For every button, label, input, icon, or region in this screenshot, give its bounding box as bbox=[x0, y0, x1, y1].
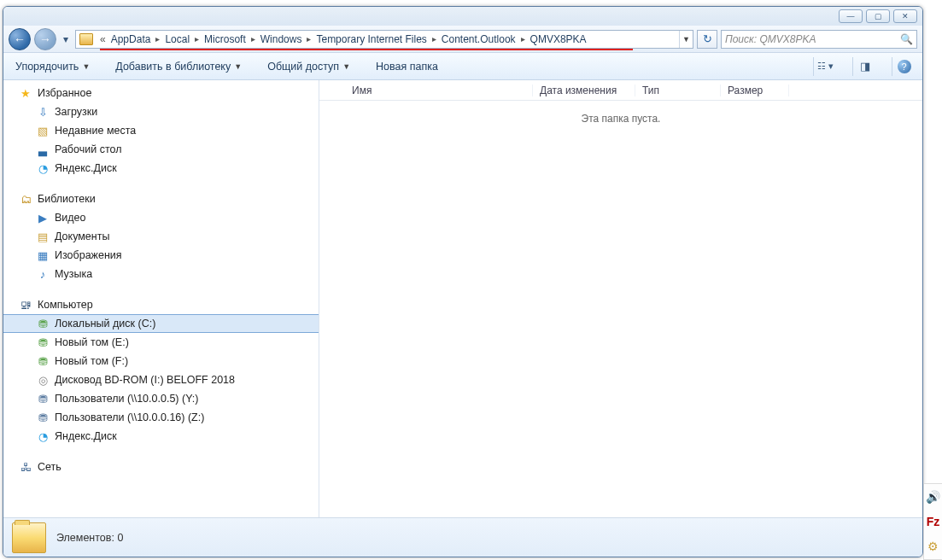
sidebar-item[interactable]: ⇩Загрузки bbox=[3, 102, 319, 121]
search-icon: 🔍 bbox=[900, 33, 913, 45]
chevron-right-icon: ▸ bbox=[518, 34, 529, 44]
add-to-library-button[interactable]: Добавить в библиотеку ▼ bbox=[110, 58, 247, 75]
minimize-button[interactable]: — bbox=[839, 9, 863, 23]
sidebar-computer-header[interactable]: 🖳 Компьютер bbox=[3, 295, 319, 314]
sidebar-item-icon: ▤ bbox=[36, 230, 50, 243]
help-icon: ? bbox=[898, 60, 911, 73]
body: ★ Избранное ⇩Загрузки▧Недавние места▃Раб… bbox=[3, 80, 922, 517]
sidebar-item[interactable]: ◔Яндекс.Диск bbox=[3, 159, 319, 178]
sidebar-item-icon: ▧ bbox=[36, 124, 50, 137]
breadcrumb-item[interactable]: AppData bbox=[109, 33, 153, 45]
folder-icon bbox=[12, 522, 46, 553]
sidebar-item-icon: ◎ bbox=[36, 373, 50, 387]
column-date[interactable]: Дата изменения bbox=[533, 85, 635, 96]
breadcrumb-item[interactable]: Temporary Internet Files bbox=[314, 33, 428, 45]
sidebar-item-label: Музыка bbox=[55, 268, 92, 280]
maximize-button[interactable]: ▢ bbox=[866, 9, 890, 23]
preview-pane-icon: ◨ bbox=[860, 60, 870, 73]
new-folder-button[interactable]: Новая папка bbox=[371, 58, 443, 75]
nav-row: ← → ▾ « AppData▸ Local▸ Microsoft▸ Windo… bbox=[3, 26, 922, 53]
help-button[interactable]: ? bbox=[892, 57, 916, 76]
preview-pane-button[interactable]: ◨ bbox=[852, 57, 876, 76]
titlebar: — ▢ ✕ bbox=[3, 7, 922, 26]
volume-icon[interactable]: 🔊 bbox=[926, 490, 940, 504]
sidebar-item-label: Рабочий стол bbox=[55, 143, 121, 155]
sidebar-item[interactable]: ⛃Новый том (E:) bbox=[3, 333, 319, 352]
breadcrumb-item[interactable]: Local bbox=[163, 33, 191, 45]
sidebar-item[interactable]: ▦Изображения bbox=[3, 246, 319, 265]
sidebar-item[interactable]: ▧Недавние места bbox=[3, 121, 319, 140]
sidebar-favorites-header[interactable]: ★ Избранное bbox=[3, 84, 319, 102]
column-name[interactable]: Имя bbox=[345, 85, 533, 96]
sidebar-item[interactable]: ▃Рабочий стол bbox=[3, 140, 319, 159]
sidebar-section-label: Библиотеки bbox=[38, 193, 96, 205]
column-headers: Имя Дата изменения Тип Размер bbox=[319, 80, 922, 101]
sidebar-network-header[interactable]: 🖧 Сеть bbox=[3, 458, 319, 476]
sidebar-item[interactable]: ⛃Пользователи (\\10.0.0.5) (Y:) bbox=[3, 389, 319, 408]
sidebar-item-label: Яндекс.Диск bbox=[55, 430, 117, 442]
sidebar-item-icon: ⛃ bbox=[36, 335, 50, 349]
breadcrumb-item[interactable]: QMVX8PKA bbox=[529, 33, 588, 45]
explorer-window: — ▢ ✕ ← → ▾ « AppData▸ Local▸ Microsoft▸… bbox=[3, 6, 923, 557]
sidebar-libraries-header[interactable]: 🗂 Библиотеки bbox=[3, 190, 319, 208]
sidebar-section-label: Избранное bbox=[38, 87, 91, 99]
sidebar-item[interactable]: ◔Яндекс.Диск bbox=[3, 427, 319, 446]
column-type[interactable]: Тип bbox=[635, 85, 721, 96]
sidebar-item-label: Загрузки bbox=[55, 106, 97, 118]
sidebar-item[interactable]: ⛃Пользователи (\\10.0.0.16) (Z:) bbox=[3, 408, 319, 427]
column-size[interactable]: Размер bbox=[721, 85, 789, 96]
sidebar-item-icon: ⛃ bbox=[36, 354, 50, 368]
sidebar-item-label: Недавние места bbox=[55, 125, 136, 137]
close-button[interactable]: ✕ bbox=[893, 9, 917, 23]
status-text: Элементов: 0 bbox=[56, 532, 123, 544]
address-bar[interactable]: « AppData▸ Local▸ Microsoft▸ Windows▸ Te… bbox=[75, 30, 693, 49]
filezilla-icon[interactable]: Fz bbox=[927, 515, 940, 528]
sidebar-item[interactable]: ⛃Новый том (F:) bbox=[3, 352, 319, 370]
chevron-right-icon: ▸ bbox=[429, 34, 440, 44]
breadcrumb-item[interactable]: Microsoft bbox=[202, 33, 248, 45]
share-button[interactable]: Общий доступ ▼ bbox=[262, 58, 355, 75]
navigation-pane: ★ Избранное ⇩Загрузки▧Недавние места▃Раб… bbox=[3, 80, 319, 517]
sidebar-item-label: Локальный диск (C:) bbox=[55, 318, 155, 330]
organize-button[interactable]: Упорядочить ▼ bbox=[10, 58, 95, 75]
empty-folder-message: Эта папка пуста. bbox=[319, 113, 922, 125]
sidebar-item[interactable]: ◎Дисковод BD-ROM (I:) BELOFF 2018 bbox=[3, 370, 319, 389]
search-input[interactable]: Поиск: QMVX8PKA 🔍 bbox=[721, 30, 917, 49]
sidebar-item-icon: ⛃ bbox=[36, 317, 50, 330]
chevron-right-icon: ▸ bbox=[152, 34, 163, 44]
breadcrumb-item[interactable]: Content.Outlook bbox=[440, 33, 518, 45]
breadcrumb-item[interactable]: Windows bbox=[259, 33, 304, 45]
forward-button[interactable]: → bbox=[34, 28, 56, 50]
refresh-button[interactable]: ↻ bbox=[697, 30, 717, 49]
network-icon: 🖧 bbox=[19, 460, 32, 474]
tray-app-icon[interactable]: ⚙ bbox=[927, 540, 939, 553]
sidebar-item-icon: ▶ bbox=[36, 211, 50, 225]
sidebar-item-label: Яндекс.Диск bbox=[55, 162, 117, 174]
sidebar-item-icon: ◔ bbox=[36, 429, 50, 443]
new-folder-label: Новая папка bbox=[376, 61, 438, 73]
system-tray: 🔊 Fz ⚙ bbox=[923, 483, 942, 560]
content-pane: Имя Дата изменения Тип Размер Эта папка … bbox=[319, 80, 922, 517]
view-options-button[interactable]: ☷ ▾ bbox=[813, 57, 837, 76]
sidebar-item-icon: ⇩ bbox=[36, 105, 50, 119]
details-pane: Элементов: 0 bbox=[3, 517, 922, 557]
add-to-library-label: Добавить в библиотеку bbox=[115, 61, 231, 73]
share-label: Общий доступ bbox=[267, 61, 339, 73]
sidebar-item-icon: ⛃ bbox=[36, 392, 50, 405]
sidebar-item[interactable]: ♪Музыка bbox=[3, 265, 319, 283]
address-history-dropdown[interactable]: ▼ bbox=[679, 31, 693, 48]
sidebar-item-label: Пользователи (\\10.0.0.5) (Y:) bbox=[55, 393, 198, 405]
computer-icon: 🖳 bbox=[19, 298, 32, 312]
sidebar-item[interactable]: ⛃Локальный диск (C:) bbox=[3, 314, 319, 333]
sidebar-item[interactable]: ▶Видео bbox=[3, 208, 319, 227]
chevron-right-icon: ▸ bbox=[248, 34, 259, 44]
sidebar-item-label: Новый том (F:) bbox=[55, 355, 128, 367]
sidebar-section-label: Компьютер bbox=[38, 299, 93, 311]
sidebar-item-label: Дисковод BD-ROM (I:) BELOFF 2018 bbox=[55, 374, 235, 386]
back-button[interactable]: ← bbox=[9, 28, 31, 50]
sidebar-item-icon: ▦ bbox=[36, 248, 50, 262]
sidebar-item-label: Изображения bbox=[55, 249, 122, 261]
history-dropdown[interactable]: ▾ bbox=[60, 33, 72, 45]
sidebar-item[interactable]: ▤Документы bbox=[3, 227, 319, 246]
command-bar: Упорядочить ▼ Добавить в библиотеку ▼ Об… bbox=[3, 53, 922, 80]
